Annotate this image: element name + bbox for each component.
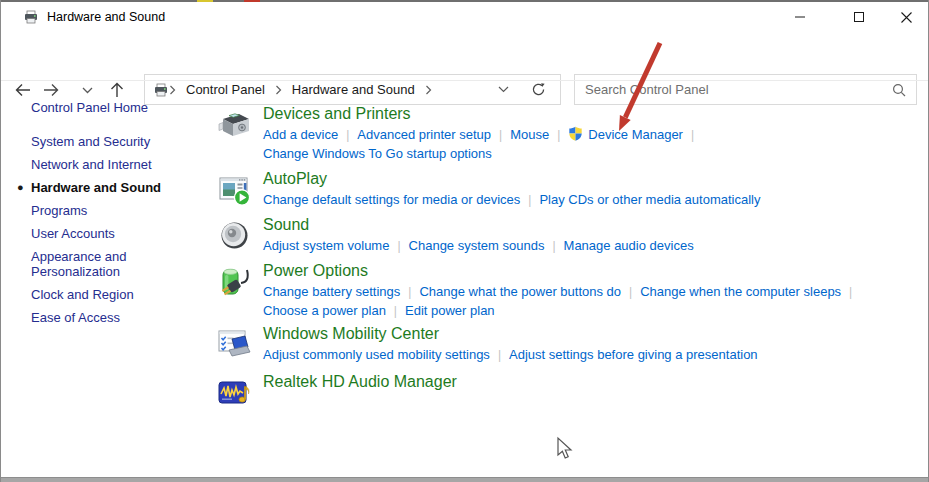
task-link-device-manager[interactable]: Device Manager	[568, 127, 683, 142]
task-link-row: Adjust commonly used mobility settings|A…	[263, 346, 758, 365]
task-link-label: Add a device	[263, 127, 338, 142]
task-link-label: Change when the computer sleeps	[640, 284, 841, 299]
link-separator: |	[408, 285, 411, 299]
link-separator: |	[557, 128, 560, 142]
task-link-edit-power-plan[interactable]: Edit power plan	[405, 303, 495, 318]
sidebar-item-control-panel-home[interactable]: Control Panel Home	[31, 100, 201, 115]
sidebar-items: System and SecurityNetwork and Internet●…	[31, 134, 201, 325]
link-separator: |	[499, 128, 502, 142]
section-title-power-options[interactable]: Power Options	[263, 261, 860, 281]
task-link-row: Adjust system volume|Change system sound…	[263, 237, 694, 256]
task-link-label: Choose a power plan	[263, 303, 386, 318]
sidebar-item-hardware-and-sound[interactable]: ●Hardware and Sound	[31, 180, 191, 195]
task-link-label: Change what the power buttons do	[419, 284, 621, 299]
window-title: Hardware and Sound	[47, 10, 165, 24]
section-title-realtek-hd-audio-manager[interactable]: Realtek HD Audio Manager	[263, 372, 457, 392]
link-separator: |	[552, 239, 555, 253]
mobility-center-icon[interactable]	[215, 326, 253, 364]
task-link-label: Change default settings for media or dev…	[263, 192, 520, 207]
link-separator: |	[346, 128, 349, 142]
task-link-row: Change battery settings|Change what the …	[263, 283, 860, 302]
task-link-play-cds-or-other-media-automatically[interactable]: Play CDs or other media automatically	[539, 192, 760, 207]
task-link-label: Mouse	[510, 127, 549, 142]
back-arrow-icon	[14, 82, 32, 98]
task-link-row: Change Windows To Go startup options	[263, 145, 702, 163]
sidebar-item-label: Clock and Region	[31, 287, 134, 302]
task-link-adjust-commonly-used-mobility-settings[interactable]: Adjust commonly used mobility settings	[263, 347, 490, 362]
task-link-change-when-the-computer-sleeps[interactable]: Change when the computer sleeps	[640, 284, 841, 299]
autoplay-icon[interactable]	[215, 171, 253, 209]
task-link-change-system-sounds[interactable]: Change system sounds	[409, 238, 545, 253]
task-link-adjust-settings-before-giving-a-presentation[interactable]: Adjust settings before giving a presenta…	[509, 347, 758, 362]
task-link-mouse[interactable]: Mouse	[510, 127, 549, 142]
task-link-change-windows-to-go-startup-options[interactable]: Change Windows To Go startup options	[263, 146, 492, 161]
speaker-icon[interactable]	[215, 217, 253, 255]
section-title-autoplay[interactable]: AutoPlay	[263, 169, 760, 189]
realtek-audio-icon[interactable]	[215, 374, 253, 412]
sidebar-item-system-and-security[interactable]: System and Security	[31, 134, 191, 149]
sidebar-item-user-accounts[interactable]: User Accounts	[31, 226, 191, 241]
task-link-advanced-printer-setup[interactable]: Advanced printer setup	[357, 127, 491, 142]
content-sections: Devices and PrintersAdd a device|Advance…	[215, 0, 929, 482]
active-item-bullet: ●	[17, 180, 24, 195]
top-edge-red-fragment	[244, 0, 260, 2]
section-title-sound[interactable]: Sound	[263, 215, 694, 235]
sidebar-item-clock-and-region[interactable]: Clock and Region	[31, 287, 191, 302]
battery-plug-icon[interactable]	[215, 263, 253, 301]
sidebar-item-ease-of-access[interactable]: Ease of Access	[31, 310, 191, 325]
task-link-label: Play CDs or other media automatically	[539, 192, 760, 207]
task-link-label: Advanced printer setup	[357, 127, 491, 142]
task-link-label: Adjust commonly used mobility settings	[263, 347, 490, 362]
sidebar-item-network-and-internet[interactable]: Network and Internet	[31, 157, 191, 172]
section-devices-and-printers: Devices and PrintersAdd a device|Advance…	[215, 104, 702, 162]
task-link-change-battery-settings[interactable]: Change battery settings	[263, 284, 400, 299]
link-separator: |	[691, 128, 694, 142]
task-link-row: Change default settings for media or dev…	[263, 191, 760, 210]
devices-printers-icon[interactable]	[215, 106, 253, 144]
sidebar-item-programs[interactable]: Programs	[31, 203, 191, 218]
link-separator: |	[528, 193, 531, 207]
task-link-label: Manage audio devices	[564, 238, 694, 253]
task-link-row: Add a device|Advanced printer setup|Mous…	[263, 126, 702, 145]
sidebar-item-label: System and Security	[31, 134, 150, 149]
section-realtek-hd-audio-manager: Realtek HD Audio Manager	[215, 372, 457, 412]
task-link-label: Device Manager	[588, 127, 683, 142]
task-link-label: Edit power plan	[405, 303, 495, 318]
task-link-adjust-system-volume[interactable]: Adjust system volume	[263, 238, 389, 253]
section-title-devices-and-printers[interactable]: Devices and Printers	[263, 104, 702, 124]
sidebar-item-label: Programs	[31, 203, 87, 218]
link-separator: |	[397, 239, 400, 253]
link-separator: |	[629, 285, 632, 299]
task-link-choose-a-power-plan[interactable]: Choose a power plan	[263, 303, 386, 318]
uac-shield-icon	[568, 126, 583, 141]
link-separator: |	[498, 348, 501, 362]
task-link-change-what-the-power-buttons-do[interactable]: Change what the power buttons do	[419, 284, 621, 299]
sidebar-item-label: User Accounts	[31, 226, 115, 241]
forward-arrow-icon	[42, 82, 60, 98]
breadcrumb-chevron-icon[interactable]	[169, 85, 176, 95]
top-edge-yellow-fragment	[197, 0, 213, 2]
link-separator: |	[394, 304, 397, 318]
task-link-add-a-device[interactable]: Add a device	[263, 127, 338, 142]
top-edge-strip	[1, 0, 928, 2]
sidebar-item-appearance-and-personalization[interactable]: Appearance and Personalization	[31, 249, 191, 279]
sidebar-item-label: Hardware and Sound	[31, 180, 161, 195]
task-link-label: Adjust system volume	[263, 238, 389, 253]
link-separator: |	[849, 285, 852, 299]
sidebar-item-label: Appearance and Personalization	[31, 249, 126, 279]
task-link-label: Change Windows To Go startup options	[263, 146, 492, 161]
section-sound: SoundAdjust system volume|Change system …	[215, 215, 694, 256]
section-autoplay: AutoPlayChange default settings for medi…	[215, 169, 760, 210]
sidebar-item-label: Network and Internet	[31, 157, 152, 172]
task-link-manage-audio-devices[interactable]: Manage audio devices	[564, 238, 694, 253]
task-link-label: Change system sounds	[409, 238, 545, 253]
section-power-options: Power OptionsChange battery settings|Cha…	[215, 261, 860, 320]
up-arrow-icon	[109, 81, 125, 99]
section-title-windows-mobility-center[interactable]: Windows Mobility Center	[263, 324, 758, 344]
sidebar-item-label: Ease of Access	[31, 310, 120, 325]
task-link-label: Change battery settings	[263, 284, 400, 299]
printer-small-icon	[153, 82, 169, 98]
printer-small-icon	[23, 9, 39, 25]
task-link-change-default-settings-for-media-or-devices[interactable]: Change default settings for media or dev…	[263, 192, 520, 207]
recent-pages-chevron-icon	[82, 87, 93, 94]
